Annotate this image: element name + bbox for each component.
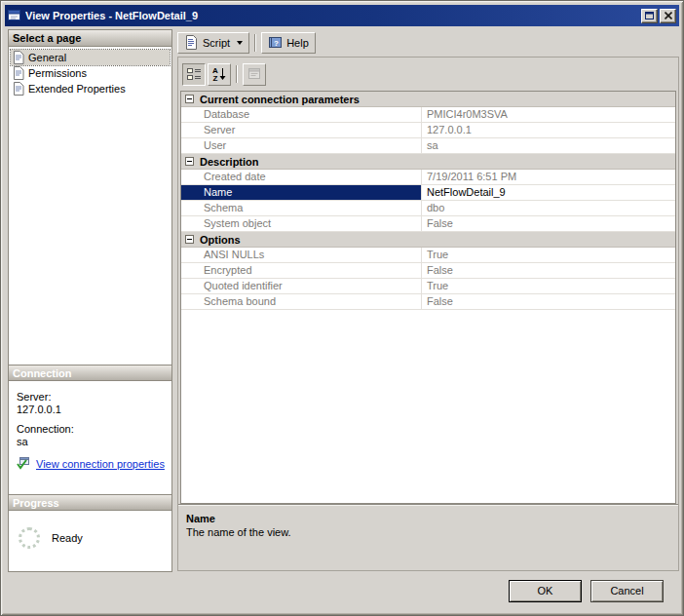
property-row-encrypted[interactable]: Encrypted False [181,263,675,279]
progress-header: Progress [9,494,171,511]
main-toolbar: Script ? Help [177,31,677,55]
help-button[interactable]: ? Help [261,32,316,54]
property-grid-toolbar: A Z [178,58,678,91]
window-title: View Properties - NetFlowDetail_9 [25,10,637,21]
progress-spinner-icon [19,527,40,549]
property-label: Schema bound [181,294,421,309]
property-label: Server [181,123,421,137]
window-controls [641,9,676,23]
property-label: Encrypted [181,263,421,278]
collapse-icon[interactable] [185,235,194,244]
property-row-quoted-identifier[interactable]: Quoted identifier True [181,279,675,294]
ok-button[interactable]: OK [509,580,582,602]
property-value[interactable]: True [421,248,675,262]
help-icon: ? [268,35,283,52]
property-label: ANSI NULLs [181,248,421,262]
alphabetical-sort-button[interactable]: A Z [208,63,231,86]
connection-header-label: Connection [13,367,72,379]
dialog-icon [8,9,21,22]
collapse-icon[interactable] [185,157,194,166]
property-value[interactable]: NetFlowDetail_9 [421,185,675,200]
maximize-icon [645,12,654,19]
sidebar-item-label: Permissions [28,67,87,79]
collapse-icon[interactable] [185,95,194,103]
property-row-ansi-nulls[interactable]: ANSI NULLs True [181,248,675,263]
categorized-button[interactable] [182,63,206,86]
property-label: Created date [181,170,421,184]
view-connection-properties-link[interactable]: View connection properties [36,458,165,470]
connection-header: Connection [9,365,171,381]
view-properties-dialog: View Properties - NetFlowDetail_9 Select… [0,0,684,616]
toolbar-separator [236,65,238,83]
script-icon [184,35,199,52]
property-value[interactable]: dbo [421,201,675,215]
cancel-button[interactable]: Cancel [590,580,664,602]
server-label: Server: [17,391,171,403]
progress-status: Ready [52,532,83,544]
category-label: Description [200,156,259,168]
property-help-panel: Name The name of the view. [178,508,678,570]
category-label: Current connection parameters [200,94,360,105]
property-row-database[interactable]: Database PMICI4r0M3SVA [181,107,675,123]
property-label: System object [181,216,421,231]
connection-properties-row: View connection properties [17,456,171,472]
progress-panel: Ready [9,511,171,571]
property-value[interactable]: sa [421,138,675,153]
property-row-schema[interactable]: Schema dbo [181,201,675,216]
property-value[interactable]: PMICI4r0M3SVA [421,107,675,122]
page-list: General Permissions [9,47,171,365]
category-row-description[interactable]: Description [181,154,675,170]
help-panel-title: Name [186,513,670,524]
property-value[interactable]: True [421,279,675,293]
property-row-user[interactable]: User sa [181,138,675,154]
property-value[interactable]: False [421,216,675,231]
connection-properties-icon [17,456,30,472]
server-value: 127.0.0.1 [17,404,171,415]
toolbar-separator [254,34,256,52]
sort-az-icon: A Z [211,66,227,82]
connection-value: sa [17,436,171,447]
titlebar[interactable]: View Properties - NetFlowDetail_9 [5,5,679,26]
select-a-page-header: Select a page [9,30,171,47]
property-label: User [181,138,421,153]
sidebar-item-permissions[interactable]: Permissions [11,65,170,81]
properties-panel: A Z Current connection parameters [177,57,679,571]
property-value[interactable]: 127.0.0.1 [421,123,675,137]
svg-text:Z: Z [213,74,218,82]
property-value[interactable]: 7/19/2011 6:51 PM [421,170,675,184]
sidebar-item-general[interactable]: General [11,50,170,65]
close-button[interactable] [660,9,676,23]
property-row-server[interactable]: Server 127.0.0.1 [181,123,675,138]
help-button-label: Help [286,37,309,49]
property-row-system-object[interactable]: System object False [181,216,675,232]
property-row-schema-bound[interactable]: Schema bound False [181,294,675,310]
property-row-name[interactable]: Name NetFlowDetail_9 [181,185,675,201]
close-icon [665,12,672,19]
property-label: Schema [181,201,421,215]
connection-label: Connection: [17,423,171,435]
category-row-options[interactable]: Options [181,232,675,248]
svg-text:?: ? [274,38,279,47]
property-pages-icon [247,66,262,82]
sidebar: Select a page General [8,29,172,572]
property-grid: Current connection parameters Database P… [180,91,676,504]
script-button-label: Script [203,37,230,49]
script-button[interactable]: Script [177,32,249,54]
property-label: Quoted identifier [181,279,421,293]
categorized-icon [186,66,202,82]
progress-header-label: Progress [13,497,59,509]
property-value[interactable]: False [421,294,675,309]
sidebar-item-label: General [28,52,66,63]
page-icon [13,51,24,64]
sidebar-item-label: Extended Properties [28,83,126,95]
page-icon [13,66,24,80]
property-value[interactable]: False [421,263,675,278]
property-row-created-date[interactable]: Created date 7/19/2011 6:51 PM [181,170,675,185]
category-row-current-connection-parameters[interactable]: Current connection parameters [181,92,675,107]
sidebar-item-extended-properties[interactable]: Extended Properties [11,81,170,96]
property-label: Name [181,185,421,200]
property-pages-button [243,63,266,86]
property-label: Database [181,107,421,122]
maximize-button[interactable] [641,9,658,23]
select-a-page-label: Select a page [13,32,81,44]
